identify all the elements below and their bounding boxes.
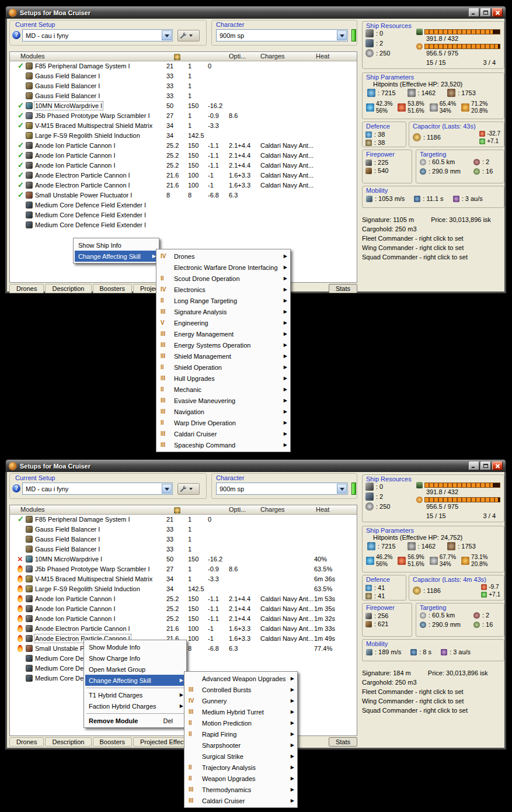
menu-item[interactable]: Show Ship Info xyxy=(75,240,158,251)
tab[interactable]: Drones xyxy=(9,284,44,293)
submenu-item[interactable]: III Shield Management ▶ xyxy=(158,351,289,362)
module-row[interactable]: Gauss Field Balancer I 33 1 xyxy=(10,525,357,535)
submenu-item[interactable]: IV Gunnery ▶ xyxy=(186,695,296,706)
submenu-item[interactable]: II Trajectory Analysis ▶ xyxy=(186,762,296,773)
submenu-item[interactable]: III Energy Systems Operation ▶ xyxy=(158,339,289,351)
character-select[interactable]: 900m sp xyxy=(216,29,348,41)
module-row[interactable]: Anode Ion Particle Cannon I 25.2 150 -1.… xyxy=(10,614,357,624)
menu-item[interactable]: Show Module Info xyxy=(85,641,185,653)
submenu-item[interactable]: III Hull Upgrades ▶ xyxy=(158,373,289,384)
module-row[interactable]: Anode Electron Particle Cannon I 21.6 10… xyxy=(10,181,357,190)
menu-item[interactable]: Remove Module Del xyxy=(85,715,185,726)
minimize-button[interactable] xyxy=(469,8,479,17)
chevron-down-icon[interactable] xyxy=(337,484,347,494)
character-select[interactable]: 900m sp xyxy=(216,483,348,495)
module-row[interactable]: Gauss Field Balancer I 33 1 xyxy=(10,71,357,81)
close-button[interactable] xyxy=(492,8,503,17)
module-row[interactable]: F85 Peripheral Damage System I 21 1 0 xyxy=(10,61,357,71)
submenu-item[interactable]: IV Drones ▶ xyxy=(158,251,289,262)
submenu-item[interactable]: III Caldari Cruiser ▶ xyxy=(158,428,289,439)
tab[interactable]: Boosters xyxy=(93,284,132,293)
module-row[interactable]: Anode Ion Particle Cannon I 25.2 150 -1.… xyxy=(10,141,357,151)
submenu-item[interactable]: III Controlled Bursts ▶ xyxy=(186,684,296,695)
menu-item[interactable]: Change Affecting Skill ▶ xyxy=(75,251,158,262)
submenu-item[interactable]: II Weapon Upgrades ▶ xyxy=(186,773,296,784)
module-row[interactable]: 10MN MicroWarpdrive I 50 150 -16.2 xyxy=(10,101,357,111)
setup-select[interactable]: MD - cau i fyny xyxy=(22,29,173,41)
module-row[interactable]: V-M15 Braced Multispectral Shield Matrix… xyxy=(10,121,357,131)
title-bar[interactable]: Setups for Moa Cruiser xyxy=(5,459,506,472)
maximize-button[interactable] xyxy=(480,8,491,17)
chevron-down-icon[interactable] xyxy=(162,484,172,494)
commander-slot[interactable]: Squad Commander - right click to set xyxy=(362,254,506,263)
module-row[interactable]: Anode Ion Particle Cannon I 25.2 150 -1.… xyxy=(10,604,357,614)
chevron-down-icon[interactable] xyxy=(337,30,347,40)
module-row[interactable]: J5b Phased Prototype Warp Scrambler I 27… xyxy=(10,564,357,574)
tab[interactable]: Description xyxy=(45,284,91,293)
submenu-item[interactable]: II Warp Drive Operation ▶ xyxy=(158,417,289,428)
menu-item[interactable]: Open Market Group xyxy=(85,664,185,675)
module-row[interactable]: Medium Core Defence Field Extender I xyxy=(10,210,357,220)
submenu-item[interactable]: II Long Range Targeting ▶ xyxy=(158,295,289,306)
close-button[interactable] xyxy=(492,461,503,470)
module-row[interactable]: Anode Electron Particle Cannon I 21.6 10… xyxy=(10,624,357,634)
module-row[interactable]: Anode Ion Particle Cannon I 25.2 150 -1.… xyxy=(10,151,357,161)
submenu-item[interactable]: Sharpshooter ▶ xyxy=(186,740,296,751)
submenu-item[interactable]: III Caldari Cruiser ▶ xyxy=(186,795,296,806)
submenu-item[interactable]: II Mechanic ▶ xyxy=(158,384,289,395)
submenu-item[interactable]: II Scout Drone Operation ▶ xyxy=(158,273,289,284)
help-icon[interactable]: ? xyxy=(12,31,20,39)
tools-button[interactable] xyxy=(177,483,200,495)
module-row[interactable]: V-M15 Braced Multispectral Shield Matrix… xyxy=(10,574,357,584)
setup-select[interactable]: MD - cau i fyny xyxy=(22,483,173,495)
menu-item[interactable]: T1 Hybrid Charges ▶ xyxy=(85,689,185,700)
menu-item[interactable]: Faction Hybrid Charges ▶ xyxy=(85,700,185,712)
submenu-item[interactable]: III Signature Analysis ▶ xyxy=(158,306,289,317)
commander-slot[interactable]: Fleet Commander - right click to set xyxy=(362,688,506,698)
submenu-item[interactable]: Surgical Strike ▶ xyxy=(186,751,296,762)
module-row[interactable]: Small Unstable Power Fluctuator I 8 8 -6… xyxy=(10,190,357,200)
module-row[interactable]: Gauss Field Balancer I 33 1 xyxy=(10,91,357,101)
submenu-item[interactable]: III Medium Hybrid Turret ▶ xyxy=(186,706,296,717)
commander-slot[interactable]: Wing Commander - right click to set xyxy=(362,244,506,254)
module-row[interactable]: 10MN MicroWarpdrive I 50 150 -16.2 40% xyxy=(10,554,357,564)
maximize-button[interactable] xyxy=(480,461,491,470)
submenu-item[interactable]: V Engineering ▶ xyxy=(158,317,289,328)
submenu-item[interactable]: II Motion Prediction ▶ xyxy=(186,717,296,728)
commander-slot[interactable]: Squad Commander - right click to set xyxy=(362,707,506,716)
module-row[interactable]: Medium Core Defence Field Extender I xyxy=(10,220,357,230)
submenu-item[interactable]: II Shield Operation ▶ xyxy=(158,362,289,373)
submenu-item[interactable]: II Rapid Firing ▶ xyxy=(186,728,296,740)
module-row[interactable]: Anode Ion Particle Cannon I 25.2 150 -1.… xyxy=(10,594,357,604)
module-row[interactable]: F85 Peripheral Damage System I 21 1 0 xyxy=(10,515,357,525)
submenu-item[interactable]: III Spaceship Command ▶ xyxy=(158,439,289,450)
commander-slot[interactable]: Fleet Commander - right click to set xyxy=(362,235,506,244)
module-row[interactable]: Gauss Field Balancer I 33 1 xyxy=(10,544,357,554)
minimize-button[interactable] xyxy=(469,461,479,470)
commander-slot[interactable]: Wing Commander - right click to set xyxy=(362,698,506,707)
menu-item[interactable]: Show Charge Info xyxy=(85,653,185,664)
submenu-item[interactable]: III Thermodynamics ▶ xyxy=(186,784,296,795)
menu-item[interactable]: Change Affecting Skill ▶ xyxy=(85,675,185,686)
tab[interactable]: Boosters xyxy=(93,737,132,747)
chevron-down-icon[interactable] xyxy=(162,30,172,40)
module-row[interactable]: J5b Phased Prototype Warp Scrambler I 27… xyxy=(10,111,357,121)
title-bar[interactable]: Setups for Moa Cruiser xyxy=(5,6,506,19)
module-row[interactable]: Medium Core Defence Field Extender I xyxy=(10,200,357,210)
help-icon[interactable]: ? xyxy=(12,484,20,492)
module-row[interactable]: Anode Ion Particle Cannon I 25.2 150 -1.… xyxy=(10,161,357,171)
submenu-item[interactable]: Electronic Warfare Drone Interfacing ▶ xyxy=(158,262,289,273)
tools-button[interactable] xyxy=(177,30,200,41)
module-row[interactable]: Anode Electron Particle Cannon I 21.6 10… xyxy=(10,171,357,181)
tab[interactable]: Description xyxy=(45,737,91,747)
tab[interactable]: Stats xyxy=(329,737,357,747)
tab[interactable]: Stats xyxy=(329,284,357,293)
submenu-item[interactable]: III Evasive Maneuvering ▶ xyxy=(158,395,289,406)
module-row[interactable]: Gauss Field Balancer I 33 1 xyxy=(10,81,357,91)
module-row[interactable]: Gauss Field Balancer I 33 1 xyxy=(10,535,357,544)
tab[interactable]: Drones xyxy=(9,737,44,747)
module-row[interactable]: Large F-S9 Regolith Shield Induction 34 … xyxy=(10,584,357,594)
submenu-item[interactable]: Advanced Weapon Upgrades ▶ xyxy=(186,673,296,684)
submenu-item[interactable]: IV Electronics ▶ xyxy=(158,284,289,295)
submenu-item[interactable]: III Energy Management ▶ xyxy=(158,328,289,339)
